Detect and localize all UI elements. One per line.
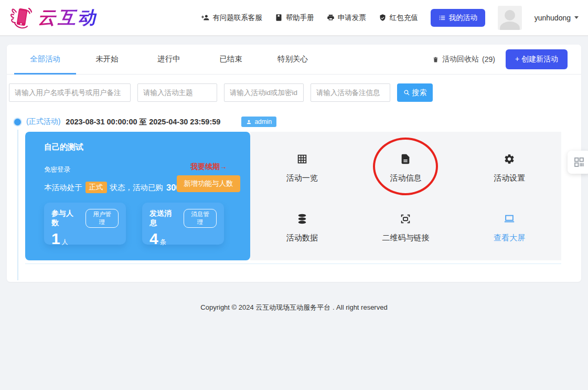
participants-label: 参与人数 [51,209,80,228]
username: yunhudong [534,14,571,22]
stats-row: 参与人数 用户管理 1人 发送消息 消息管理 4条 [44,203,250,245]
book-icon [275,14,283,22]
tab-special-follow[interactable]: 特别关心 [262,45,324,75]
messages-value: 4 [149,230,158,247]
avatar[interactable] [498,6,522,30]
recycle-bin-label: 活动回收站 [442,55,479,64]
activity-status-dot [14,119,21,125]
search-button-label: 搜索 [412,88,427,98]
action-label: 活动信息 [390,173,421,183]
action-qrcode-links[interactable]: 二维码与链接 [354,198,458,259]
activity-type-label: (正式活动) [26,117,60,127]
main-panel: 全部活动 未开始 进行中 已结束 特别关心 活动回收站 (29) + 创建新活动… [7,45,581,282]
nav-help-manual[interactable]: 帮助手册 [275,13,314,23]
action-label: 活动设置 [494,173,525,183]
tab-ended[interactable]: 已结束 [200,45,262,75]
participants-stat-box: 参与人数 用户管理 1人 [44,203,126,245]
row-divider [25,263,561,264]
header-nav: 有问题联系客服 帮助手册 申请发票 红包充值 我的活动 [201,6,579,30]
owner-badge-label: admin [254,118,272,125]
nav-label: 申请发票 [338,13,366,23]
nav-label: 有问题联系客服 [212,13,262,23]
renew-link[interactable]: 我要续期→ [190,162,227,172]
quick-nav-button[interactable] [568,151,588,174]
trash-icon [432,56,439,63]
nav-red-packet-recharge[interactable]: 红包充值 [379,13,418,23]
footer: Copyright © 2024 云互动现场互动服务平台 . All right… [0,303,588,312]
logo[interactable]: 云互动 [9,5,98,30]
activity-card[interactable]: 自己的测试 免密登录 我要续期→ 本活动处于 正式 状态，活动已购 300 人 … [25,132,250,260]
activity-row: 自己的测试 免密登录 我要续期→ 本活动处于 正式 状态，活动已购 300 人 … [25,132,561,260]
logo-text: 云互动 [38,6,98,30]
document-icon [400,153,411,165]
action-activity-data[interactable]: 活动数据 [250,198,354,259]
search-note-input[interactable] [311,83,390,102]
grid-icon [296,153,308,165]
tab-all-activities[interactable]: 全部活动 [14,45,76,75]
recycle-bin-count: (29) [482,55,495,64]
apps-layout-icon [573,156,585,168]
activity-actions: 活动一览 活动信息 活动设置 [250,132,561,260]
search-button[interactable]: 搜索 [397,83,433,102]
database-icon [296,213,308,225]
nav-request-invoice[interactable]: 申请发票 [327,13,366,23]
owner-badge: admin [241,117,276,127]
messages-stat-box: 发送消息 消息管理 4条 [142,203,224,245]
participants-unit: 人 [62,238,68,246]
top-header: 云互动 有问题联系客服 帮助手册 申请发票 红包充值 [0,0,588,36]
qrcode-scan-icon [400,213,411,225]
messages-label: 发送消息 [149,209,178,228]
user-menu[interactable]: yunhudong [534,14,579,22]
user-management-button[interactable]: 用户管理 [85,209,119,228]
printer-icon [327,14,335,22]
my-activities-label: 我的活动 [449,13,477,23]
activity-row-header: (正式活动) 2023-08-31 00:00:00 至 2025-04-30 … [14,117,581,127]
chevron-down-icon [574,16,579,19]
action-activity-info[interactable]: 活动信息 [354,138,458,198]
search-topic-input[interactable] [137,83,217,102]
my-activities-button[interactable]: 我的活动 [431,9,485,27]
participants-value: 1 [51,230,60,247]
message-management-button[interactable]: 消息管理 [184,209,217,228]
search-row: 搜索 [7,75,581,102]
user-plus-icon [201,14,209,22]
status-middle: 状态，活动已购 [110,183,164,193]
create-activity-button[interactable]: + 创建新活动 [506,49,568,69]
status-badge: 正式 [85,182,107,193]
action-view-big-screen[interactable]: 查看大屏 [457,198,561,259]
upgrade-button[interactable]: 新增功能与人数 [177,175,240,192]
action-activity-settings[interactable]: 活动设置 [457,138,561,198]
list-icon [439,14,446,22]
logo-phone-icon [9,5,35,30]
search-user-input[interactable] [9,83,131,102]
search-icon [403,89,410,96]
copyright-text: Copyright © 2024 云互动现场互动服务平台 . All right… [200,303,387,311]
action-label: 活动数据 [286,233,318,243]
tab-not-started[interactable]: 未开始 [76,45,138,75]
search-id-input[interactable] [224,83,304,102]
activity-title[interactable]: 自己的测试 [44,142,250,152]
shield-check-icon [379,14,387,22]
action-label: 活动一览 [286,173,318,183]
action-label: 二维码与链接 [382,233,429,243]
action-label: 查看大屏 [494,233,525,243]
status-prefix: 本活动处于 [44,183,82,193]
nav-contact-support[interactable]: 有问题联系客服 [201,13,262,23]
person-icon [246,119,252,125]
laptop-icon [504,213,515,225]
messages-unit: 条 [160,238,166,246]
tab-in-progress[interactable]: 进行中 [138,45,200,75]
recycle-bin-link[interactable]: 活动回收站 (29) [432,45,495,74]
nav-label: 帮助手册 [286,13,314,23]
timeline-line [17,130,18,280]
gear-icon [504,153,515,165]
activity-date-range: 2023-08-31 00:00:00 至 2025-04-30 23:59:5… [66,117,220,127]
action-activity-overview[interactable]: 活动一览 [250,138,354,198]
tabs-row: 全部活动 未开始 进行中 已结束 特别关心 活动回收站 (29) + 创建新活动 [7,45,581,75]
nav-label: 红包充值 [390,13,418,23]
